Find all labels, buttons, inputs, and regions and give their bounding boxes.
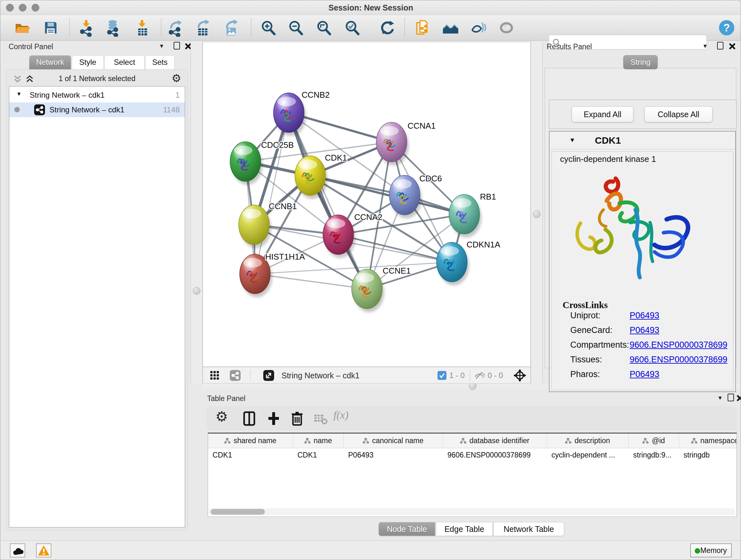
table-cell[interactable]: CDK1 [208,448,293,462]
tab-string[interactable]: String [623,55,658,69]
gene-panel: ▼ CDK1 cyclin-dependent kinase 1 [549,131,736,392]
tab-style[interactable]: Style [72,55,104,69]
open-view-in-window-icon[interactable] [263,370,274,381]
grid-view-icon[interactable] [210,371,219,380]
table-panel-float-icon[interactable] [728,394,734,401]
collapse-all-button[interactable]: Collapse All [644,106,713,122]
node-gloss [380,126,399,136]
network-canvas[interactable]: CCNB2CCNA1CDC25BCDK1CDC6RB1CCNB1CCNA2CDK… [203,42,531,367]
tab-node-table[interactable]: Node Table [379,522,435,536]
column-header-6[interactable]: namespace [679,434,737,448]
crosslink-value-link[interactable]: 9606.ENSP00000378699 [630,355,727,365]
right-splitter-handle[interactable] [533,210,541,218]
crosslink-value-link[interactable]: 9606.ENSP00000378699 [630,340,727,350]
selected-checkbox-icon[interactable] [437,371,447,380]
network-view-title: String Network – cdk1 [281,367,360,384]
tab-network-label: Network [36,58,64,66]
tab-select-label: Select [114,58,135,66]
tab-network[interactable]: Network [29,55,71,69]
crosslink-value-link[interactable]: P06493 [630,311,659,320]
gene-collapse-icon[interactable]: ▼ [569,137,576,144]
crosslink-value-link[interactable]: P06493 [630,325,659,335]
cloud-button[interactable] [10,543,25,557]
control-panel-float-icon[interactable] [174,42,180,50]
table-cell[interactable]: stringdb:9... [629,448,679,462]
table-row[interactable]: CDK1CDK1P064939606.ENSP00000378699cyclin… [208,448,737,462]
network-graph[interactable]: CCNB2CCNA1CDC25BCDK1CDC6RB1CCNB1CCNA2CDK… [203,42,530,367]
collection-collapse-icon[interactable]: ▼ [16,91,22,98]
show-columns-icon[interactable] [240,410,258,428]
table-settings-gear-icon[interactable]: ⚙ [215,408,233,426]
import-database-icon[interactable] [105,19,122,37]
zoom-fit-icon[interactable] [315,19,333,37]
bird-eye-toggle-icon[interactable] [513,369,527,382]
zoom-in-icon[interactable] [259,19,277,37]
memory-button-label: Memory [700,546,727,555]
network-edge[interactable] [289,113,367,289]
table-cell[interactable]: stringdb [679,448,737,462]
table-cell[interactable]: CDK1 [293,448,344,462]
apply-layout-icon[interactable] [379,19,396,37]
column-header-5[interactable]: @id [629,434,679,448]
results-panel-float-icon[interactable] [717,42,724,50]
open-session-icon[interactable] [13,19,31,37]
column-header-3[interactable]: database identifier [443,434,547,448]
share-session-file-icon[interactable] [414,19,431,37]
tab-network-table[interactable]: Network Table [493,522,564,536]
right-splitter[interactable] [531,42,543,383]
create-column-icon[interactable] [265,410,282,428]
left-splitter[interactable] [191,42,203,383]
node-gloss [355,273,374,283]
tab-select[interactable]: Select [105,55,145,69]
results-panel-close-icon[interactable] [729,43,736,50]
tab-edge-table[interactable]: Edge Table [436,522,493,536]
help-icon[interactable]: ? [718,19,736,37]
delete-column-trash-icon[interactable] [288,410,306,428]
node-label: CDKN1A [467,240,500,249]
memory-status-dot-icon [695,548,700,554]
column-header-1[interactable]: name [293,434,344,448]
horizontal-scrollbar[interactable] [209,508,735,515]
import-table-icon[interactable] [134,19,151,37]
left-splitter-handle[interactable] [193,287,200,295]
hide-graphics-details-icon[interactable] [470,19,488,37]
import-network-icon[interactable] [78,19,96,37]
crosslink-value-link[interactable]: P06493 [630,369,659,379]
table-panel-close-icon[interactable] [736,394,741,401]
table-cell[interactable]: P06493 [344,448,443,462]
scrollbar-thumb[interactable] [211,509,265,515]
table-cell[interactable]: 9606.ENSP00000378699 [443,448,547,462]
protein-structure-image [568,172,695,293]
starter-panel-icon[interactable] [442,19,460,37]
export-table-icon[interactable] [194,19,212,37]
table-panel: Table Panel ▼ ⚙ f(x) shared namenamecano… [203,389,741,541]
tab-string-label: String [630,58,651,66]
eye-icon[interactable] [497,19,515,37]
tab-sets[interactable]: Sets [145,55,175,69]
column-header-0[interactable]: shared name [208,434,293,448]
export-network-icon[interactable] [166,19,185,37]
control-panel-menu-icon[interactable]: ▼ [159,43,164,50]
export-image-icon[interactable] [222,19,240,37]
memory-button[interactable]: Memory [690,543,732,557]
table-panel-menu-icon[interactable]: ▼ [718,395,723,401]
network-row[interactable]: String Network – cdk1 11 48 [9,103,185,117]
column-header-4[interactable]: description [547,434,629,448]
expand-all-button[interactable]: Expand All [571,106,633,122]
save-session-icon[interactable] [42,19,60,37]
table-cell[interactable]: cyclin-dependent ... [547,448,629,462]
column-header-2[interactable]: canonical name [344,434,443,448]
network-options-gear-icon[interactable]: ⚙ [172,72,181,84]
network-edge[interactable] [255,113,289,274]
network-collection-row[interactable]: ▼ String Network – cdk1 1 [9,88,185,103]
zoom-out-icon[interactable] [287,19,305,37]
column-header-label: description [575,436,610,445]
status-bar: Memory [0,541,741,560]
zoom-selected-icon[interactable] [343,19,361,37]
view-share-icon[interactable] [230,370,241,381]
column-type-icon [460,438,466,444]
table-panel-title: Table Panel [207,394,246,403]
warnings-button[interactable] [36,543,51,557]
results-panel-menu-icon[interactable]: ▼ [702,43,708,50]
gene-panel-header[interactable]: ▼ CDK1 [549,132,735,149]
